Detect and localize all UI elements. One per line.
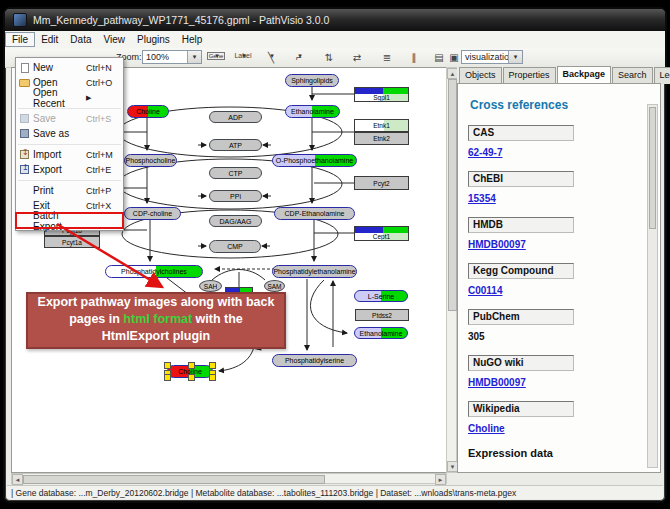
menu-edit[interactable]: Edit: [35, 33, 64, 46]
crossref-link[interactable]: 15354: [468, 193, 660, 204]
selection-handle[interactable]: [209, 362, 216, 369]
title-bar[interactable]: Mm_Kennedy_pathway_WP1771_45176.gpml - P…: [5, 9, 665, 31]
common-bounds-button[interactable]: ▣: [446, 50, 462, 67]
tab-properties[interactable]: Properties: [503, 67, 556, 84]
scrollbar-thumb[interactable]: [649, 107, 656, 229]
node-dag[interactable]: DAG/AAG: [209, 215, 262, 227]
menu-data[interactable]: Data: [64, 33, 97, 46]
gene-box-etnk1[interactable]: Etnk1: [354, 119, 409, 132]
menu-item-print[interactable]: PrintCtrl+P: [16, 183, 123, 198]
scrollbar-thumb[interactable]: [23, 475, 325, 484]
gene-box-ptdss2[interactable]: Ptdss2: [355, 309, 409, 321]
menu-bar: File Edit Data View Plugins Help: [5, 31, 665, 49]
menu-item-batch-export[interactable]: Batch Export: [16, 213, 123, 228]
selection-handle[interactable]: [188, 362, 195, 369]
node-adp[interactable]: ADP: [209, 111, 262, 123]
scale-icon: ▤: [434, 52, 443, 63]
gene-box-etnk2[interactable]: Etnk2: [354, 132, 409, 145]
menu-view[interactable]: View: [97, 33, 131, 46]
section-header: NuGO wiki: [468, 355, 574, 371]
annotation-callout: Export pathway images along with back pa…: [26, 292, 286, 349]
node-sah[interactable]: SAH: [199, 280, 222, 292]
align-vertical-icon: ⇅: [325, 52, 333, 63]
node-choline[interactable]: Choline: [127, 105, 169, 118]
tab-search[interactable]: Search: [612, 67, 653, 84]
node-cmp[interactable]: CMP: [209, 240, 261, 253]
canvas-horizontal-scrollbar[interactable]: ◄ ►: [11, 473, 447, 484]
node-phosphocholine[interactable]: Phosphocholine: [124, 154, 177, 167]
gene-box-sgpl1[interactable]: Sgpl1: [354, 87, 409, 102]
node-ethanolamine-2[interactable]: Ethanolamine: [354, 327, 408, 339]
label-tool-button[interactable]: Label ▾: [235, 50, 251, 67]
menu-plugins[interactable]: Plugins: [131, 33, 176, 46]
screenshot-stage: Mm_Kennedy_pathway_WP1771_45176.gpml - P…: [0, 0, 670, 509]
node-l-serine[interactable]: L-Serine: [354, 290, 408, 302]
node-ppi[interactable]: PPi: [209, 190, 262, 202]
selection-handle[interactable]: [164, 374, 171, 381]
visualization-combo[interactable]: visualization ▾: [461, 50, 523, 64]
gene-box-cept1[interactable]: Cept1: [354, 226, 409, 241]
canvas-vertical-scrollbar[interactable]: ▲ ▼: [446, 67, 457, 473]
menu-separator: [18, 177, 121, 181]
align-horizontal-button[interactable]: ⇄: [349, 50, 365, 67]
menu-item-save-as[interactable]: Save as: [16, 126, 123, 141]
node-choline-selected[interactable]: Choline: [167, 365, 213, 378]
node-ctp[interactable]: CTP: [209, 167, 262, 179]
connector-tool-button[interactable]: ⌐ ▾: [291, 50, 307, 67]
backpage-scrollbar[interactable]: [647, 104, 658, 468]
scale-button[interactable]: ▤: [431, 50, 447, 67]
node-o-phosphoethanolamine[interactable]: O-Phosphoethanolamine: [272, 154, 357, 167]
zoom-combo[interactable]: 100% ▾: [142, 50, 202, 64]
gene-dropdown-icon[interactable]: ▾: [215, 52, 219, 60]
connector-dropdown-icon[interactable]: ▾: [298, 52, 302, 60]
section-header: CAS: [468, 125, 574, 141]
node-atp[interactable]: ATP: [209, 139, 262, 151]
node-phosphatidylserine[interactable]: Phosphatidylserine: [272, 354, 357, 367]
menu-item-new[interactable]: NewCtrl+N: [16, 60, 123, 75]
selection-handle[interactable]: [164, 362, 171, 369]
menu-item-import[interactable]: ImportCtrl+M: [16, 147, 123, 162]
selection-handle[interactable]: [188, 374, 195, 381]
gene-box-pcyt1a[interactable]: Pcyt1a: [44, 236, 100, 248]
node-cdp-ethanolamine[interactable]: CDP-Ethanolamine: [274, 207, 355, 220]
node-phosphatidylethanolamine[interactable]: Phosphatidylethanolamine: [272, 265, 357, 278]
expression-data-heading: Expression data: [468, 447, 660, 459]
zoom-combo-arrow-icon[interactable]: ▾: [187, 51, 201, 63]
crossref-link[interactable]: C00114: [468, 285, 660, 296]
menu-help[interactable]: Help: [176, 33, 209, 46]
crossref-value: 305: [468, 331, 660, 342]
tab-objects[interactable]: Objects: [459, 67, 502, 84]
node-phosphatidylcholines[interactable]: Phosphatidylcholines: [105, 265, 203, 278]
menu-item-open-recent[interactable]: Open Recent ▶: [16, 90, 123, 105]
selection-handle[interactable]: [209, 374, 216, 381]
line-dropdown-icon[interactable]: ▾: [270, 52, 274, 60]
menu-item-export[interactable]: ExportCtrl+E: [16, 162, 123, 177]
crossref-link[interactable]: HMDB00097: [468, 239, 660, 250]
scroll-left-icon[interactable]: ◄: [12, 474, 23, 485]
section-header: PubChem: [468, 309, 574, 325]
label-dropdown-icon[interactable]: ▾: [242, 52, 246, 60]
new-document-icon: [21, 63, 29, 73]
gene-box-pcyt2[interactable]: Pcyt2: [354, 176, 409, 190]
stack-horizontal-button[interactable]: ∥: [406, 50, 422, 67]
align-vertical-button[interactable]: ⇅: [321, 50, 337, 67]
section-header: ChEBI: [468, 171, 574, 187]
menu-file[interactable]: File: [5, 32, 35, 47]
crossref-link[interactable]: Choline: [468, 423, 660, 434]
backpage-section-hmdb: HMDB HMDB00097: [468, 217, 660, 250]
tab-legend[interactable]: Legend: [654, 67, 670, 84]
scroll-right-icon[interactable]: ►: [435, 474, 446, 485]
menu-item-save[interactable]: SaveCtrl+S: [16, 111, 123, 126]
node-cdp-choline[interactable]: CDP-choline: [124, 207, 181, 220]
gene-datanode-button[interactable]: Gene ▾: [208, 50, 224, 67]
stack-vertical-button[interactable]: ≣: [379, 50, 395, 67]
visualization-combo-arrow-icon[interactable]: ▾: [508, 51, 522, 63]
node-sphingolipids[interactable]: Sphingolipids: [285, 74, 339, 87]
export-icon: [20, 165, 29, 174]
node-sam[interactable]: SAM: [264, 280, 285, 292]
scrollbar-thumb[interactable]: [448, 79, 457, 311]
line-tool-button[interactable]: ╲ ▾: [263, 50, 279, 67]
node-ethanolamine[interactable]: Ethanolamine: [285, 105, 340, 118]
crossref-link[interactable]: 62-49-7: [468, 147, 660, 158]
crossref-link[interactable]: HMDB00097: [468, 377, 660, 388]
